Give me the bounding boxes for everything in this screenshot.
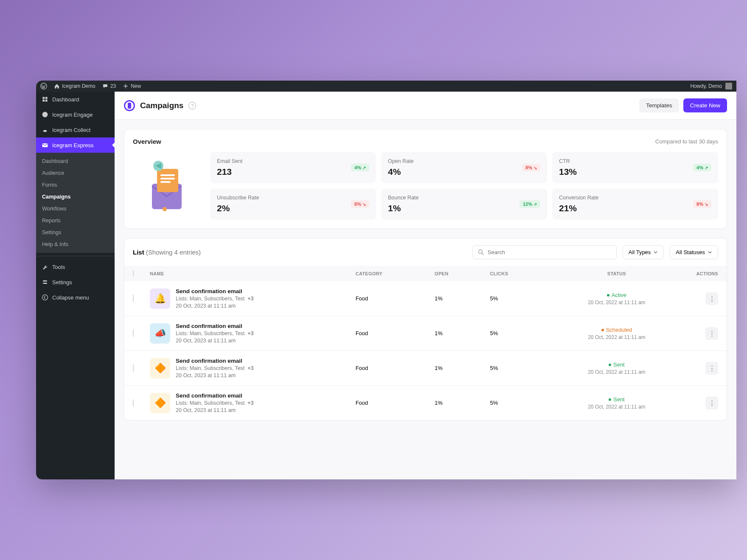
sidebar-sub-campaigns[interactable]: Campaigns	[36, 191, 115, 203]
new-link[interactable]: New	[123, 83, 141, 89]
avatar	[725, 83, 732, 90]
select-all-checkbox[interactable]	[133, 271, 134, 277]
campaign-lists: Lists: Main, Subscribers, Test +3	[176, 400, 254, 406]
help-icon[interactable]: ?	[188, 102, 196, 109]
col-open: OPEN	[435, 271, 490, 276]
campaign-name[interactable]: Send confirmation email	[176, 358, 254, 364]
metric-unsubscribe-rate: Unsubscribe Rate 2% 8% ↘	[210, 188, 376, 220]
comments-count: 23	[110, 83, 116, 89]
campaign-lists: Lists: Main, Subscribers, Test +3	[176, 296, 254, 302]
svg-rect-9	[157, 169, 178, 192]
metric-trend: 8% ↘	[522, 164, 540, 171]
sidebar-sub-audience[interactable]: Audience	[36, 167, 115, 179]
metric-label: Email Sent	[217, 158, 242, 164]
metric-trend: 4% ↗	[351, 164, 369, 171]
campaign-lists: Lists: Main, Subscribers, Test +3	[176, 365, 254, 371]
row-actions-button[interactable]: ⋮	[705, 397, 718, 409]
table-row: 🔶 Send confirmation email Lists: Main, S…	[124, 386, 727, 420]
search-input[interactable]	[488, 249, 611, 255]
collect-icon	[41, 126, 49, 133]
user-menu[interactable]: Howdy, Demo	[691, 83, 732, 90]
wordpress-icon	[40, 83, 47, 90]
express-icon	[41, 142, 49, 148]
row-checkbox[interactable]	[133, 330, 134, 337]
comments-link[interactable]: 23	[102, 83, 116, 89]
table-row: 📣 Send confirmation email Lists: Main, S…	[124, 316, 727, 351]
svg-point-7	[42, 295, 48, 300]
search-box[interactable]	[472, 245, 617, 259]
sidebar-item-collapse-menu[interactable]: Collapse menu	[36, 290, 115, 305]
metric-trend: 4% ↗	[693, 164, 711, 171]
wp-logo[interactable]	[40, 83, 47, 90]
metric-bounce-rate: Bounce Rate 1% 12% ↗	[381, 188, 547, 220]
templates-button[interactable]: Templates	[639, 98, 679, 112]
svg-point-5	[44, 280, 45, 282]
sidebar-item-label: Icegram Express	[52, 142, 94, 148]
row-actions-button[interactable]: ⋮	[705, 327, 718, 340]
sidebar-item-icegram-collect[interactable]: Icegram Collect	[36, 122, 115, 137]
sidebar-item-label: Icegram Collect	[52, 127, 90, 133]
campaign-date: 20 Oct, 2023 at 11:11 am	[176, 338, 254, 344]
site-link[interactable]: Icegram Demo	[54, 83, 95, 89]
col-status: STATUS	[553, 271, 680, 276]
status-badge: Sent	[609, 361, 625, 368]
home-icon	[54, 83, 60, 89]
status-badge: Sent	[609, 396, 625, 403]
overview-card: Overview Compared to last 30 days	[124, 129, 727, 229]
col-actions: ACTIONS	[680, 271, 718, 276]
trend-down-icon: ↘	[705, 202, 708, 207]
plus-icon	[123, 83, 129, 89]
sidebar-sub-dashboard[interactable]: Dashboard	[36, 155, 115, 167]
metric-value: 1%	[388, 203, 418, 213]
sidebar-item-icegram-engage[interactable]: Icegram Engage	[36, 107, 115, 122]
campaign-thumbnail: 🔔	[150, 288, 170, 309]
row-actions-button[interactable]: ⋮	[705, 362, 718, 375]
campaign-name[interactable]: Send confirmation email	[176, 392, 254, 399]
row-checkbox[interactable]	[133, 295, 134, 302]
metric-conversion-rate: Conversion Rate 21% 8% ↘	[552, 188, 718, 220]
metric-ctr: CTR 13% 4% ↗	[552, 152, 718, 183]
overview-title: Overview	[133, 138, 161, 145]
comment-icon	[102, 83, 108, 89]
sidebar-sub-settings[interactable]: Settings	[36, 227, 115, 238]
metric-label: Bounce Rate	[388, 195, 418, 201]
site-name: Icegram Demo	[62, 83, 95, 89]
collapse-icon	[41, 294, 49, 301]
sidebar-item-settings[interactable]: Settings	[36, 274, 115, 290]
svg-rect-11	[160, 178, 175, 179]
cell-clicks: 5%	[490, 295, 553, 302]
engage-icon	[41, 111, 49, 118]
campaign-thumbnail: 🔶	[150, 393, 170, 413]
campaign-lists: Lists: Main, Subscribers, Test +3	[176, 330, 254, 336]
page-header: Campaigns ? Templates Create New	[115, 92, 736, 120]
sidebar-item-icegram-express[interactable]: Icegram Express	[36, 137, 115, 153]
sidebar-item-tools[interactable]: Tools	[36, 259, 115, 274]
search-icon	[478, 249, 484, 255]
greeting: Howdy, Demo	[691, 83, 722, 89]
sidebar-item-label: Dashboard	[52, 96, 79, 103]
trend-down-icon: ↘	[362, 202, 366, 207]
row-actions-button[interactable]: ⋮	[705, 292, 718, 305]
cell-category: Food	[356, 295, 435, 302]
cell-open: 1%	[435, 365, 490, 371]
col-category: CATEGORY	[356, 271, 435, 276]
filter-status[interactable]: All Statuses	[670, 245, 718, 259]
sidebar-sub-forms[interactable]: Forms	[36, 179, 115, 191]
trend-down-icon: ↘	[534, 165, 537, 170]
new-label: New	[131, 83, 141, 89]
create-new-button[interactable]: Create New	[683, 98, 727, 112]
metric-value: 13%	[559, 167, 577, 177]
sidebar-sub-workflows[interactable]: Workflows	[36, 203, 115, 215]
row-checkbox[interactable]	[133, 364, 134, 372]
campaign-name[interactable]: Send confirmation email	[176, 323, 254, 329]
metric-value: 21%	[559, 203, 598, 213]
row-checkbox[interactable]	[133, 399, 134, 406]
metric-open-rate: Open Rate 4% 8% ↘	[381, 152, 547, 183]
campaign-name[interactable]: Send confirmation email	[176, 288, 254, 294]
metric-trend: 8% ↘	[351, 200, 369, 208]
filter-type[interactable]: All Types	[623, 245, 664, 259]
sidebar-item-dashboard[interactable]: Dashboard	[36, 92, 115, 107]
list-card: List (Showing 4 entries) All Types	[124, 238, 727, 420]
sidebar-sub-reports[interactable]: Reports	[36, 215, 115, 227]
sidebar-sub-help-&-info[interactable]: Help & Info	[36, 238, 115, 250]
